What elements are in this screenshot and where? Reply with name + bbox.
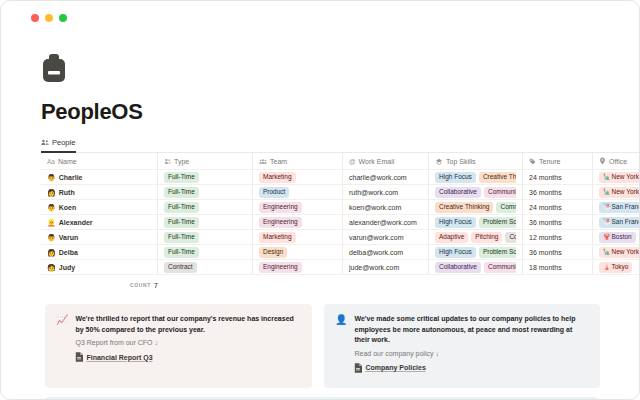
office-emoji: 🗽 (603, 189, 611, 195)
type-cell: Contract (158, 260, 253, 274)
type-tag: Full-Time (164, 187, 199, 198)
email-cell: jude@work.com (343, 260, 429, 274)
policy-callout: 👤 We've made some critical updates to ou… (324, 304, 600, 388)
page-content: PeopleOS People Aa Name Type (1, 1, 639, 400)
window-controls (31, 14, 67, 22)
email-cell: alexander@work.com (343, 215, 429, 229)
column-header-tenure[interactable]: Tenure (523, 153, 593, 169)
revenue-message: We're thrilled to report that our compan… (75, 314, 301, 335)
table-row[interactable]: 👱Alexander Full-Time Engineering alexand… (41, 215, 640, 230)
team-tag: Engineering (259, 217, 302, 228)
avatar: 👱 (47, 219, 56, 226)
office-emoji: 🌁 (603, 219, 611, 225)
column-header-work-email[interactable]: @ Work Email (343, 153, 429, 169)
policy-message: We've made some critical updates to our … (354, 314, 589, 346)
team-cell: Engineering (253, 260, 343, 274)
minimize-button[interactable] (45, 14, 53, 22)
office-emoji: 🗽 (603, 249, 611, 255)
tag-icon (529, 158, 536, 165)
column-header-name[interactable]: Aa Name (41, 153, 158, 169)
table-row[interactable]: 👨Varun Full-Time Marketing varun@work.co… (41, 230, 640, 245)
column-header-top-skills[interactable]: Top Skills (429, 153, 523, 169)
name-cell: 👨Charlie (41, 170, 158, 184)
table-row[interactable]: 👨Koen Full-Time Engineering koen@work.co… (41, 200, 640, 215)
team-cell: Product (253, 185, 343, 199)
type-tag: Full-Time (164, 172, 199, 183)
office-cell: 🗽New York (593, 170, 640, 184)
office-cell: 🗽New York (593, 245, 640, 259)
office-tag: 🌁San Francisco (599, 217, 640, 228)
team-tag: Engineering (259, 202, 302, 213)
office-tag: 🦞Boston (599, 232, 636, 243)
team-cell: Engineering (253, 200, 343, 214)
notion-window: { "window": { "controls": ["close", "min… (0, 0, 640, 400)
zoom-button[interactable] (59, 14, 67, 22)
skills-cap-icon (435, 158, 443, 165)
skill-tag: Pitching (471, 232, 502, 243)
skill-tag: Collaborative (435, 187, 481, 198)
type-cell: Full-Time (158, 215, 253, 229)
tenure-cell: 36 months (523, 185, 593, 199)
skills-cell: CollaborativeCommunication (429, 185, 523, 199)
team-tag: Marketing (259, 172, 296, 183)
text-aa-icon: Aa (47, 158, 55, 165)
pin-icon (599, 157, 606, 165)
table-header: Aa Name Type Team @ Work Email (41, 153, 640, 170)
type-tag: Full-Time (164, 217, 199, 228)
column-header-type[interactable]: Type (158, 153, 253, 169)
view-tabs: People (41, 138, 640, 153)
office-emoji: 🌁 (603, 204, 611, 210)
financial-report-link[interactable]: Financial Report Q3 (75, 352, 301, 362)
name-cell: 🧑Judy (41, 260, 158, 274)
office-cell: 🦞Boston (593, 230, 640, 244)
skills-cell: Creative ThinkingCommunication (429, 200, 523, 214)
page-icon (75, 352, 83, 362)
type-tag: Full-Time (164, 232, 199, 243)
office-cell: 🌁San Francisco (593, 215, 640, 229)
avatar: 👩 (47, 189, 56, 196)
type-cell: Full-Time (158, 170, 253, 184)
name-cell: 👨Koen (41, 200, 158, 214)
name-cell: 👩Delba (41, 245, 158, 259)
team-tag: Engineering (259, 262, 302, 273)
email-cell: delba@work.com (343, 245, 429, 259)
skills-cell: AdaptivePitchingContributing (429, 230, 523, 244)
skill-tag: Communication (484, 187, 516, 198)
type-tag: Contract (164, 262, 197, 273)
type-tag: Full-Time (164, 247, 199, 258)
table-row[interactable]: 👩Delba Full-Time Design delba@work.com H… (41, 245, 640, 260)
table-row[interactable]: 🧑Judy Contract Engineering jude@work.com… (41, 260, 640, 275)
skills-cell: CollaborativeCommunication (429, 260, 523, 274)
close-button[interactable] (31, 14, 39, 22)
team-cell: Engineering (253, 215, 343, 229)
team-cell: Design (253, 245, 343, 259)
tab-people-label: People (52, 138, 75, 147)
column-header-team[interactable]: Team (253, 153, 343, 169)
type-cell: Full-Time (158, 185, 253, 199)
tab-people[interactable]: People (41, 138, 76, 153)
skill-tag: Contributing (505, 232, 516, 243)
skills-cell: High FocusCreative Thinking (429, 170, 523, 184)
revenue-callout: 📈 We're thrilled to report that our comp… (45, 304, 312, 388)
tenure-cell: 24 months (523, 200, 593, 214)
column-header-office[interactable]: Office (593, 153, 640, 169)
office-cell: 🗽New York (593, 185, 640, 199)
tenure-cell: 36 months (523, 245, 593, 259)
avatar: 👩 (47, 249, 56, 256)
email-cell: charlie@work.com (343, 170, 429, 184)
skill-tag: Communication (496, 202, 516, 213)
skill-tag: Problem Solving (479, 247, 516, 258)
table-row[interactable]: 👨Charlie Full-Time Marketing charlie@wor… (41, 170, 640, 185)
office-tag: 🗼Tokyo (599, 262, 632, 273)
skill-tag: High Focus (435, 217, 476, 228)
office-tag: 🗽New York (599, 247, 640, 258)
skill-tag: Problem Solving (479, 217, 516, 228)
table-row[interactable]: 👩Ruth Full-Time Product ruth@work.com Co… (41, 185, 640, 200)
page-title: PeopleOS (41, 100, 639, 124)
skills-cell: High FocusProblem Solving (429, 215, 523, 229)
name-cell: 👱Alexander (41, 215, 158, 229)
office-tag: 🗽New York (599, 187, 640, 198)
table-count[interactable]: COUNT 7 (41, 279, 158, 291)
company-policies-link[interactable]: Company Policies (354, 363, 589, 373)
backpack-icon (41, 53, 639, 83)
